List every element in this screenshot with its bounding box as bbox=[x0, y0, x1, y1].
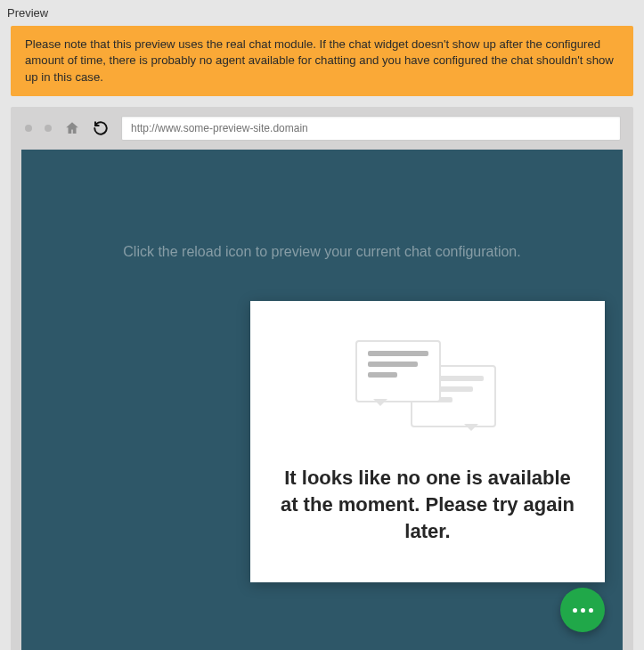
reload-icon[interactable] bbox=[93, 120, 109, 136]
window-dot-1 bbox=[25, 125, 32, 132]
address-bar-input[interactable] bbox=[121, 116, 621, 141]
chat-unavailable-message: It looks like no one is available at the… bbox=[272, 465, 583, 544]
window-dot-2 bbox=[45, 125, 52, 132]
browser-preview-frame: Click the reload icon to preview your cu… bbox=[11, 107, 633, 650]
chat-fab-button[interactable] bbox=[560, 588, 605, 632]
preview-warning-alert: Please note that this preview uses the r… bbox=[11, 26, 633, 96]
chat-bubbles-illustration-icon bbox=[352, 337, 503, 435]
chat-widget-card: It looks like no one is available at the… bbox=[250, 301, 605, 582]
more-horizontal-icon bbox=[573, 608, 577, 613]
more-horizontal-icon bbox=[589, 608, 593, 613]
section-title: Preview bbox=[0, 0, 644, 26]
browser-toolbar bbox=[11, 107, 633, 150]
more-horizontal-icon bbox=[581, 608, 585, 613]
preview-hint-text: Click the reload icon to preview your cu… bbox=[21, 244, 623, 260]
home-icon[interactable] bbox=[64, 120, 80, 136]
preview-viewport: Click the reload icon to preview your cu… bbox=[21, 150, 623, 650]
